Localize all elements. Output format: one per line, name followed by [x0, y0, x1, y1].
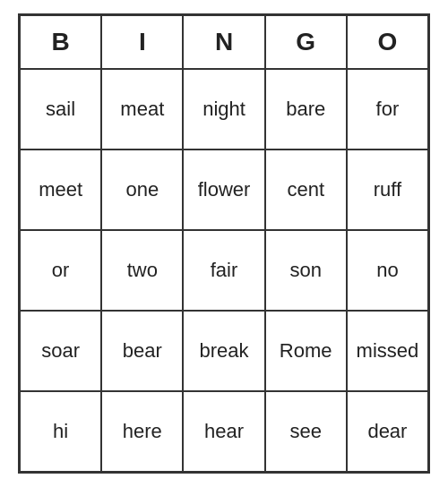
cell-1-4: bare [265, 69, 347, 150]
bingo-card: B I N G O sail meat night bare for meet … [18, 13, 430, 474]
bingo-row-3: or two fair son no [20, 230, 428, 311]
header-i: I [101, 15, 183, 69]
cell-2-2: one [101, 150, 183, 230]
cell-5-2: here [101, 391, 183, 472]
bingo-row-5: hi here hear see dear [20, 391, 428, 472]
cell-1-2: meat [101, 69, 183, 150]
cell-2-3: flower [183, 150, 264, 230]
cell-5-3: hear [183, 391, 264, 472]
header-g: G [265, 15, 347, 69]
cell-3-1: or [20, 230, 101, 311]
cell-4-5: missed [347, 311, 428, 391]
header-o: O [347, 15, 428, 69]
cell-5-4: see [265, 391, 347, 472]
cell-2-1: meet [20, 150, 101, 230]
cell-5-1: hi [20, 391, 101, 472]
bingo-row-2: meet one flower cent ruff [20, 150, 428, 230]
bingo-row-1: sail meat night bare for [20, 69, 428, 150]
cell-4-3: break [183, 311, 264, 391]
cell-2-4: cent [265, 150, 347, 230]
cell-1-3: night [183, 69, 264, 150]
cell-4-4: Rome [265, 311, 347, 391]
header-n: N [183, 15, 264, 69]
cell-2-5: ruff [347, 150, 428, 230]
cell-3-3: fair [183, 230, 264, 311]
cell-5-5: dear [347, 391, 428, 472]
bingo-row-4: soar bear break Rome missed [20, 311, 428, 391]
header-b: B [20, 15, 101, 69]
header-row: B I N G O [20, 15, 428, 69]
cell-3-2: two [101, 230, 183, 311]
cell-1-1: sail [20, 69, 101, 150]
cell-4-1: soar [20, 311, 101, 391]
cell-4-2: bear [101, 311, 183, 391]
cell-3-4: son [265, 230, 347, 311]
cell-1-5: for [347, 69, 428, 150]
cell-3-5: no [347, 230, 428, 311]
